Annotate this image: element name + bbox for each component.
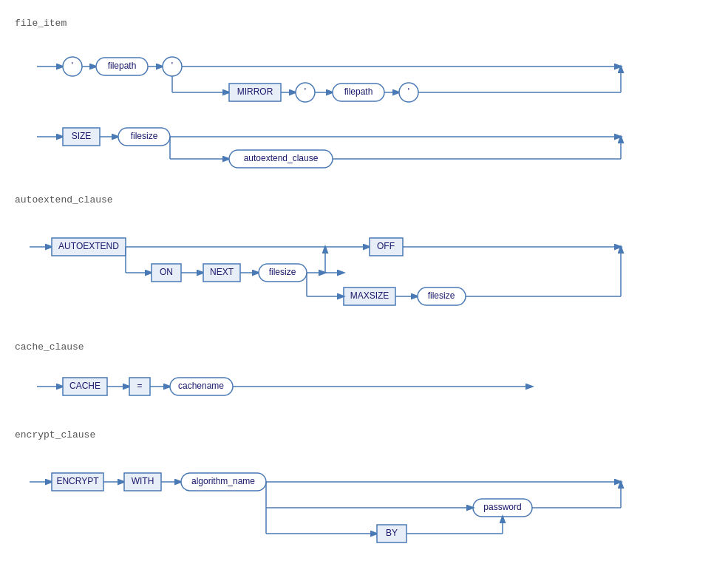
svg-text:ON: ON	[160, 267, 173, 277]
svg-text:SIZE: SIZE	[72, 131, 92, 141]
svg-text:WITH: WITH	[132, 476, 154, 486]
diagram-autoextend: AUTOEXTEND OFF ON NEXT filesize	[15, 210, 724, 331]
svg-text:filepath: filepath	[344, 86, 373, 97]
svg-text:CACHE: CACHE	[69, 381, 101, 391]
diagram-container: file_item ' filepath '	[15, 18, 724, 566]
svg-text:filesize: filesize	[428, 290, 455, 301]
svg-text:ENCRYPT: ENCRYPT	[56, 476, 99, 486]
diagram-file-item: ' filepath ' MIRROR ' filepat	[15, 33, 724, 184]
section-label-autoextend: autoextend_clause	[15, 194, 724, 205]
svg-text:NEXT: NEXT	[210, 267, 234, 277]
svg-text:': '	[305, 86, 306, 97]
svg-text:MAXSIZE: MAXSIZE	[350, 290, 389, 301]
svg-text:MIRROR: MIRROR	[237, 86, 273, 97]
diagram-cache: CACHE = cachename	[15, 357, 724, 419]
svg-text:autoextend_clause: autoextend_clause	[244, 153, 319, 163]
svg-text:filepath: filepath	[108, 61, 137, 71]
diagram-encrypt: ENCRYPT WITH algorithm_name password	[15, 445, 724, 566]
svg-text:OFF: OFF	[377, 241, 395, 251]
svg-text:password: password	[483, 502, 521, 512]
svg-text:filesize: filesize	[269, 267, 296, 277]
svg-text:algorithm_name: algorithm_name	[191, 476, 255, 486]
svg-text:AUTOEXTEND: AUTOEXTEND	[58, 241, 119, 251]
svg-text:': '	[171, 61, 173, 71]
section-label-file-item: file_item	[15, 18, 724, 29]
svg-text:cachename: cachename	[178, 381, 224, 391]
svg-text:': '	[408, 86, 409, 97]
section-label-cache: cache_clause	[15, 341, 724, 353]
svg-text:': '	[72, 61, 73, 71]
svg-text:filesize: filesize	[131, 131, 158, 141]
section-label-encrypt: encrypt_clause	[15, 429, 724, 440]
svg-text:=: =	[137, 381, 142, 391]
svg-text:BY: BY	[386, 528, 398, 538]
